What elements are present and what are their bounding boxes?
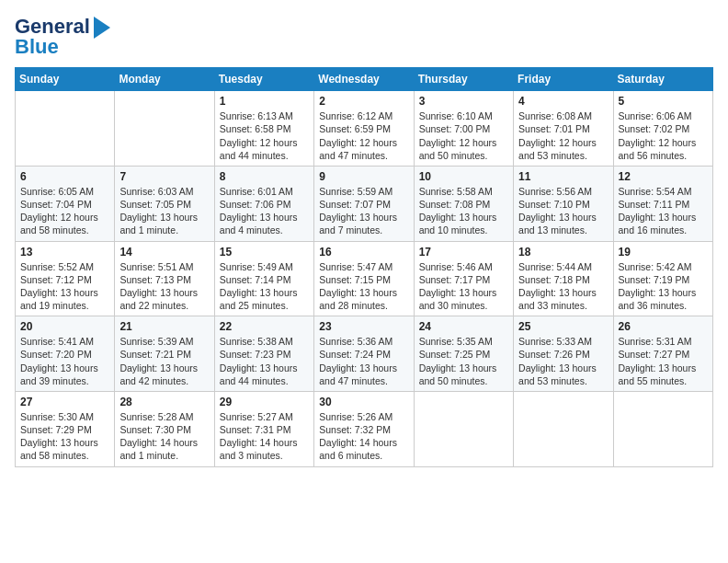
day-info: Sunrise: 5:38 AMSunset: 7:23 PMDaylight:… bbox=[220, 335, 309, 387]
calendar-cell: 7Sunrise: 6:03 AMSunset: 7:05 PMDaylight… bbox=[115, 166, 214, 241]
logo: General Blue bbox=[15, 15, 110, 58]
calendar-cell: 24Sunrise: 5:35 AMSunset: 7:25 PMDayligh… bbox=[414, 316, 513, 392]
calendar-cell: 2Sunrise: 6:12 AMSunset: 6:59 PMDaylight… bbox=[314, 91, 414, 167]
day-number: 22 bbox=[220, 320, 309, 333]
calendar-cell: 13Sunrise: 5:52 AMSunset: 7:12 PMDayligh… bbox=[16, 241, 115, 316]
day-number: 26 bbox=[619, 320, 708, 333]
day-info: Sunrise: 5:42 AMSunset: 7:19 PMDaylight:… bbox=[619, 260, 708, 313]
day-number: 7 bbox=[119, 170, 209, 183]
calendar-cell: 8Sunrise: 6:01 AMSunset: 7:06 PMDaylight… bbox=[214, 166, 313, 241]
day-number: 16 bbox=[319, 246, 408, 259]
calendar-cell: 6Sunrise: 6:05 AMSunset: 7:04 PMDaylight… bbox=[16, 166, 115, 241]
day-number: 28 bbox=[119, 396, 209, 408]
day-number: 5 bbox=[619, 95, 708, 108]
day-info: Sunrise: 5:56 AMSunset: 7:10 PMDaylight:… bbox=[518, 185, 608, 237]
day-info: Sunrise: 5:35 AMSunset: 7:25 PMDaylight:… bbox=[419, 335, 508, 387]
day-info: Sunrise: 6:12 AMSunset: 6:59 PMDaylight:… bbox=[319, 109, 408, 162]
calendar-week-row: 6Sunrise: 6:05 AMSunset: 7:04 PMDaylight… bbox=[16, 166, 713, 241]
calendar-cell: 23Sunrise: 5:36 AMSunset: 7:24 PMDayligh… bbox=[314, 316, 414, 392]
day-info: Sunrise: 5:39 AMSunset: 7:21 PMDaylight:… bbox=[119, 335, 209, 387]
weekday-header-sunday: Sunday bbox=[16, 68, 115, 91]
day-info: Sunrise: 5:51 AMSunset: 7:13 PMDaylight:… bbox=[119, 260, 209, 313]
calendar-week-row: 20Sunrise: 5:41 AMSunset: 7:20 PMDayligh… bbox=[16, 316, 713, 392]
calendar-cell: 22Sunrise: 5:38 AMSunset: 7:23 PMDayligh… bbox=[214, 316, 313, 392]
day-number: 27 bbox=[20, 396, 109, 408]
day-info: Sunrise: 6:05 AMSunset: 7:04 PMDaylight:… bbox=[20, 185, 109, 237]
day-info: Sunrise: 5:28 AMSunset: 7:30 PMDaylight:… bbox=[119, 410, 209, 463]
day-number: 14 bbox=[119, 246, 209, 259]
calendar-cell bbox=[613, 391, 712, 466]
calendar-cell: 29Sunrise: 5:27 AMSunset: 7:31 PMDayligh… bbox=[214, 391, 313, 466]
day-number: 11 bbox=[518, 170, 608, 183]
calendar-cell bbox=[16, 91, 115, 167]
day-info: Sunrise: 5:59 AMSunset: 7:07 PMDaylight:… bbox=[319, 185, 408, 237]
calendar-cell: 30Sunrise: 5:26 AMSunset: 7:32 PMDayligh… bbox=[314, 391, 414, 466]
calendar-cell: 4Sunrise: 6:08 AMSunset: 7:01 PMDaylight… bbox=[514, 91, 613, 167]
calendar-cell: 27Sunrise: 5:30 AMSunset: 7:29 PMDayligh… bbox=[16, 391, 115, 466]
day-number: 17 bbox=[419, 246, 508, 259]
day-number: 23 bbox=[319, 320, 408, 333]
day-info: Sunrise: 5:26 AMSunset: 7:32 PMDaylight:… bbox=[319, 410, 408, 463]
calendar-cell: 11Sunrise: 5:56 AMSunset: 7:10 PMDayligh… bbox=[514, 166, 613, 241]
day-number: 12 bbox=[619, 170, 708, 183]
day-info: Sunrise: 5:27 AMSunset: 7:31 PMDaylight:… bbox=[220, 410, 309, 463]
day-info: Sunrise: 5:30 AMSunset: 7:29 PMDaylight:… bbox=[20, 410, 109, 463]
day-info: Sunrise: 6:06 AMSunset: 7:02 PMDaylight:… bbox=[619, 109, 708, 162]
day-info: Sunrise: 5:41 AMSunset: 7:20 PMDaylight:… bbox=[20, 335, 109, 387]
header: General Blue bbox=[15, 15, 713, 58]
weekday-header-thursday: Thursday bbox=[414, 68, 513, 91]
day-number: 29 bbox=[220, 396, 309, 408]
day-number: 25 bbox=[518, 320, 608, 333]
calendar-cell: 3Sunrise: 6:10 AMSunset: 7:00 PMDaylight… bbox=[414, 91, 513, 167]
day-number: 21 bbox=[119, 320, 209, 333]
day-info: Sunrise: 6:13 AMSunset: 6:58 PMDaylight:… bbox=[220, 109, 309, 162]
calendar-cell: 10Sunrise: 5:58 AMSunset: 7:08 PMDayligh… bbox=[414, 166, 513, 241]
logo-arrow-icon bbox=[94, 17, 110, 39]
calendar-cell: 12Sunrise: 5:54 AMSunset: 7:11 PMDayligh… bbox=[613, 166, 712, 241]
calendar-cell: 14Sunrise: 5:51 AMSunset: 7:13 PMDayligh… bbox=[115, 241, 214, 316]
day-info: Sunrise: 6:03 AMSunset: 7:05 PMDaylight:… bbox=[119, 185, 209, 237]
day-number: 15 bbox=[220, 246, 309, 259]
calendar-week-row: 13Sunrise: 5:52 AMSunset: 7:12 PMDayligh… bbox=[16, 241, 713, 316]
calendar-cell: 26Sunrise: 5:31 AMSunset: 7:27 PMDayligh… bbox=[613, 316, 712, 392]
calendar-cell: 21Sunrise: 5:39 AMSunset: 7:21 PMDayligh… bbox=[115, 316, 214, 392]
day-info: Sunrise: 6:10 AMSunset: 7:00 PMDaylight:… bbox=[419, 109, 508, 162]
calendar-cell: 15Sunrise: 5:49 AMSunset: 7:14 PMDayligh… bbox=[214, 241, 313, 316]
day-info: Sunrise: 5:54 AMSunset: 7:11 PMDaylight:… bbox=[619, 185, 708, 237]
day-info: Sunrise: 5:46 AMSunset: 7:17 PMDaylight:… bbox=[419, 260, 508, 313]
day-number: 18 bbox=[518, 246, 608, 259]
calendar-cell bbox=[115, 91, 214, 167]
day-number: 8 bbox=[220, 170, 309, 183]
day-number: 1 bbox=[220, 95, 309, 108]
weekday-header-tuesday: Tuesday bbox=[214, 68, 313, 91]
day-info: Sunrise: 5:31 AMSunset: 7:27 PMDaylight:… bbox=[619, 335, 708, 387]
calendar-week-row: 1Sunrise: 6:13 AMSunset: 6:58 PMDaylight… bbox=[16, 91, 713, 167]
day-info: Sunrise: 5:58 AMSunset: 7:08 PMDaylight:… bbox=[419, 185, 508, 237]
day-number: 10 bbox=[419, 170, 508, 183]
calendar-cell bbox=[414, 391, 513, 466]
logo-text-blue: Blue bbox=[15, 36, 59, 58]
day-info: Sunrise: 6:08 AMSunset: 7:01 PMDaylight:… bbox=[518, 109, 608, 162]
calendar-cell: 28Sunrise: 5:28 AMSunset: 7:30 PMDayligh… bbox=[115, 391, 214, 466]
weekday-header-wednesday: Wednesday bbox=[314, 68, 414, 91]
day-info: Sunrise: 5:33 AMSunset: 7:26 PMDaylight:… bbox=[518, 335, 608, 387]
day-info: Sunrise: 5:44 AMSunset: 7:18 PMDaylight:… bbox=[518, 260, 608, 313]
calendar-cell: 16Sunrise: 5:47 AMSunset: 7:15 PMDayligh… bbox=[314, 241, 414, 316]
page: General Blue SundayMondayTuesdayWednesda… bbox=[0, 0, 728, 477]
day-number: 20 bbox=[20, 320, 109, 333]
day-number: 6 bbox=[20, 170, 109, 183]
day-number: 9 bbox=[319, 170, 408, 183]
day-info: Sunrise: 5:49 AMSunset: 7:14 PMDaylight:… bbox=[220, 260, 309, 313]
weekday-header-saturday: Saturday bbox=[613, 68, 712, 91]
day-number: 30 bbox=[319, 396, 408, 408]
calendar-week-row: 27Sunrise: 5:30 AMSunset: 7:29 PMDayligh… bbox=[16, 391, 713, 466]
day-number: 4 bbox=[518, 95, 608, 108]
calendar-cell: 1Sunrise: 6:13 AMSunset: 6:58 PMDaylight… bbox=[214, 91, 313, 167]
weekday-header-monday: Monday bbox=[115, 68, 214, 91]
day-number: 24 bbox=[419, 320, 508, 333]
calendar-header-row: SundayMondayTuesdayWednesdayThursdayFrid… bbox=[16, 68, 713, 91]
day-info: Sunrise: 5:36 AMSunset: 7:24 PMDaylight:… bbox=[319, 335, 408, 387]
weekday-header-friday: Friday bbox=[514, 68, 613, 91]
day-number: 2 bbox=[319, 95, 408, 108]
day-info: Sunrise: 5:52 AMSunset: 7:12 PMDaylight:… bbox=[20, 260, 109, 313]
